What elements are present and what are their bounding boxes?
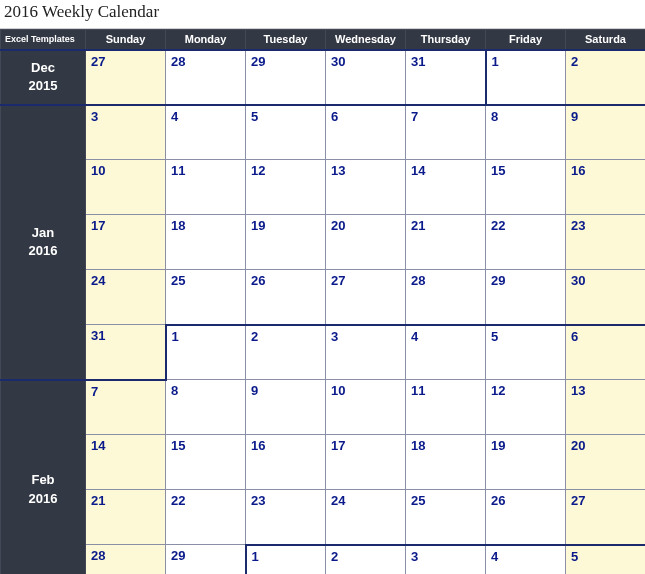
day-cell[interactable]: 8 <box>166 380 246 435</box>
day-cell[interactable]: 7 <box>86 380 166 435</box>
calendar-row: 24252627282930 <box>1 270 646 325</box>
day-cell[interactable]: 7 <box>406 105 486 160</box>
day-cell[interactable]: 28 <box>406 270 486 325</box>
day-header-tue: Tuesday <box>246 30 326 50</box>
day-cell[interactable]: 24 <box>326 490 406 545</box>
day-cell[interactable]: 27 <box>326 270 406 325</box>
header-row: Excel Templates Sunday Monday Tuesday We… <box>1 30 646 50</box>
day-cell[interactable]: 15 <box>166 435 246 490</box>
day-cell[interactable]: 28 <box>86 545 166 575</box>
day-cell[interactable]: 19 <box>486 435 566 490</box>
day-cell[interactable]: 5 <box>486 325 566 380</box>
calendar-table: Excel Templates Sunday Monday Tuesday We… <box>0 29 645 574</box>
day-cell[interactable]: 2 <box>326 545 406 575</box>
day-cell[interactable]: 23 <box>246 490 326 545</box>
month-year: 2016 <box>2 242 84 260</box>
day-cell[interactable]: 29 <box>486 270 566 325</box>
day-cell[interactable]: 4 <box>486 545 566 575</box>
day-cell[interactable]: 1 <box>486 50 566 105</box>
day-cell[interactable]: 12 <box>246 160 326 215</box>
day-cell[interactable]: 22 <box>166 490 246 545</box>
day-header-mon: Monday <box>166 30 246 50</box>
day-cell[interactable]: 12 <box>486 380 566 435</box>
day-cell[interactable]: 8 <box>486 105 566 160</box>
day-cell[interactable]: 18 <box>166 215 246 270</box>
calendar-row: 31123456 <box>1 325 646 380</box>
day-cell[interactable]: 25 <box>166 270 246 325</box>
day-cell[interactable]: 5 <box>246 105 326 160</box>
day-cell[interactable]: 5 <box>566 545 646 575</box>
month-year: 2016 <box>2 490 84 508</box>
day-cell[interactable]: 20 <box>566 435 646 490</box>
day-header-sat: Saturda <box>566 30 646 50</box>
day-cell[interactable]: 18 <box>406 435 486 490</box>
day-cell[interactable]: 4 <box>406 325 486 380</box>
day-cell[interactable]: 19 <box>246 215 326 270</box>
day-cell[interactable]: 17 <box>86 215 166 270</box>
month-label: Feb2016 <box>1 380 86 575</box>
day-cell[interactable]: 30 <box>326 50 406 105</box>
day-cell[interactable]: 6 <box>326 105 406 160</box>
day-cell[interactable]: 2 <box>246 325 326 380</box>
day-cell[interactable]: 15 <box>486 160 566 215</box>
day-cell[interactable]: 14 <box>86 435 166 490</box>
month-name: Dec <box>2 59 84 77</box>
calendar-row: Dec2015272829303112 <box>1 50 646 105</box>
day-cell[interactable]: 22 <box>486 215 566 270</box>
page-title: 2016 Weekly Calendar <box>0 0 645 29</box>
month-label: Dec2015 <box>1 50 86 105</box>
calendar-row: 17181920212223 <box>1 215 646 270</box>
day-cell[interactable]: 21 <box>86 490 166 545</box>
day-header-thu: Thursday <box>406 30 486 50</box>
day-cell[interactable]: 3 <box>86 105 166 160</box>
month-year: 2015 <box>2 77 84 95</box>
day-cell[interactable]: 9 <box>566 105 646 160</box>
day-header-fri: Friday <box>486 30 566 50</box>
day-cell[interactable]: 27 <box>86 50 166 105</box>
day-cell[interactable]: 2 <box>566 50 646 105</box>
calendar-row: 10111213141516 <box>1 160 646 215</box>
day-cell[interactable]: 23 <box>566 215 646 270</box>
day-cell[interactable]: 11 <box>406 380 486 435</box>
day-cell[interactable]: 11 <box>166 160 246 215</box>
day-cell[interactable]: 31 <box>86 325 166 380</box>
day-cell[interactable]: 10 <box>86 160 166 215</box>
day-header-wed: Wednesday <box>326 30 406 50</box>
day-cell[interactable]: 3 <box>326 325 406 380</box>
day-cell[interactable]: 29 <box>166 545 246 575</box>
day-cell[interactable]: 26 <box>246 270 326 325</box>
day-cell[interactable]: 29 <box>246 50 326 105</box>
day-cell[interactable]: 28 <box>166 50 246 105</box>
day-cell[interactable]: 20 <box>326 215 406 270</box>
day-cell[interactable]: 26 <box>486 490 566 545</box>
month-name: Jan <box>2 224 84 242</box>
day-cell[interactable]: 4 <box>166 105 246 160</box>
month-label: Jan2016 <box>1 105 86 380</box>
day-cell[interactable]: 21 <box>406 215 486 270</box>
day-cell[interactable]: 14 <box>406 160 486 215</box>
day-cell[interactable]: 13 <box>566 380 646 435</box>
day-cell[interactable]: 6 <box>566 325 646 380</box>
day-cell[interactable]: 1 <box>166 325 246 380</box>
calendar-row: 282912345 <box>1 545 646 575</box>
month-name: Feb <box>2 471 84 489</box>
day-cell[interactable]: 1 <box>246 545 326 575</box>
calendar-row: Feb201678910111213 <box>1 380 646 435</box>
day-cell[interactable]: 27 <box>566 490 646 545</box>
day-cell[interactable]: 30 <box>566 270 646 325</box>
day-cell[interactable]: 13 <box>326 160 406 215</box>
day-cell[interactable]: 31 <box>406 50 486 105</box>
corner-label: Excel Templates <box>1 30 86 50</box>
day-cell[interactable]: 3 <box>406 545 486 575</box>
day-header-sun: Sunday <box>86 30 166 50</box>
day-cell[interactable]: 16 <box>566 160 646 215</box>
day-cell[interactable]: 10 <box>326 380 406 435</box>
calendar-row: Jan20163456789 <box>1 105 646 160</box>
day-cell[interactable]: 25 <box>406 490 486 545</box>
day-cell[interactable]: 16 <box>246 435 326 490</box>
day-cell[interactable]: 24 <box>86 270 166 325</box>
calendar-row: 14151617181920 <box>1 435 646 490</box>
day-cell[interactable]: 9 <box>246 380 326 435</box>
calendar-row: 21222324252627 <box>1 490 646 545</box>
day-cell[interactable]: 17 <box>326 435 406 490</box>
